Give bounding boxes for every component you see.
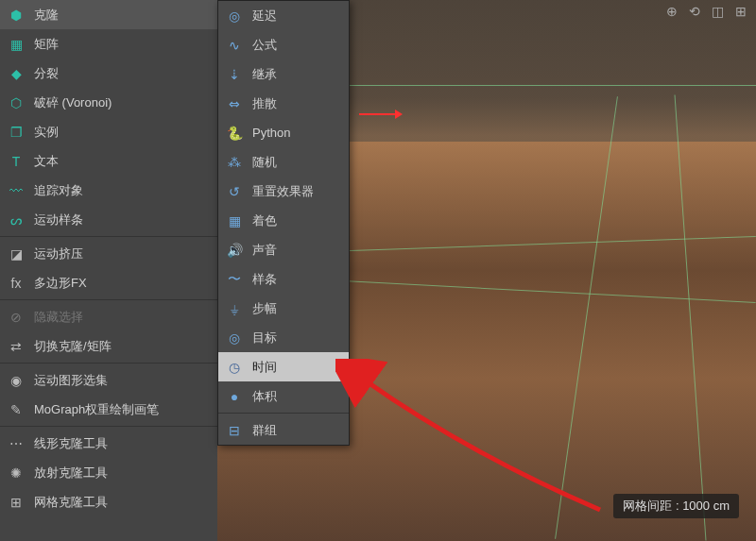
volume-icon: ● — [226, 388, 243, 405]
menu-label: 样条 — [252, 271, 277, 288]
menu-label: 运动图形选集 — [34, 372, 108, 389]
menu-label: 放射克隆工具 — [34, 465, 108, 482]
effector-inherit[interactable]: ⇣ 继承 — [218, 59, 349, 89]
clone-icon: ⬢ — [8, 7, 25, 24]
menu-label: 克隆 — [34, 7, 59, 24]
effector-sound[interactable]: 🔊 声音 — [218, 235, 349, 264]
fracture-icon: ◆ — [8, 65, 25, 82]
push-icon: ⇔ — [226, 95, 243, 112]
radial-icon: ✺ — [8, 465, 25, 482]
gridtool-icon: ⊞ — [8, 494, 25, 511]
step-icon: ⏚ — [226, 300, 243, 317]
menu-label: 运动样条 — [34, 211, 83, 228]
effector-spline[interactable]: 〜 样条 — [218, 264, 349, 294]
menu-radialtool[interactable]: ✺ 放射克隆工具 — [0, 458, 217, 487]
viewport-icons: ⊕ ⟲ ◫ ⊞ — [666, 4, 747, 19]
menu-label: 矩阵 — [34, 36, 59, 53]
nav-icon-4[interactable]: ⊞ — [735, 4, 747, 19]
grid-spacing-hud: 网格间距 : 1000 cm — [613, 494, 739, 518]
effector-random[interactable]: ⁂ 随机 — [218, 147, 349, 177]
reset-icon: ↺ — [226, 183, 243, 200]
python-icon: 🐍 — [226, 125, 243, 142]
menu-text[interactable]: T 文本 — [0, 146, 217, 176]
menu-lineartool[interactable]: ⋯ 线形克隆工具 — [0, 429, 217, 458]
menu-matrix[interactable]: ▦ 矩阵 — [0, 29, 217, 59]
menu-voronoi[interactable]: ⬡ 破碎 (Voronoi) — [0, 88, 217, 117]
random-icon: ⁂ — [226, 154, 243, 171]
effector-group[interactable]: ⊟ 群组 — [218, 415, 349, 445]
menu-label: 多边形FX — [34, 275, 87, 292]
menu-label: 公式 — [252, 37, 277, 54]
sound-icon: 🔊 — [226, 242, 243, 259]
effector-formula[interactable]: ∿ 公式 — [218, 30, 349, 59]
nav-icon-1[interactable]: ⊕ — [666, 4, 678, 19]
hide-icon: ⊘ — [8, 309, 25, 326]
menu-moextrude[interactable]: ◪ 运动挤压 — [0, 239, 217, 268]
menu-label: 继承 — [252, 66, 277, 83]
axis-x-arrow — [359, 113, 397, 115]
effector-submenu: ◎ 延迟 ∿ 公式 ⇣ 继承 ⇔ 推散 🐍 Python ⁂ 随机 ↺ 重置效果… — [217, 0, 350, 446]
instance-icon: ❐ — [8, 124, 25, 141]
tracer-icon: 〰 — [8, 182, 25, 199]
linear-icon: ⋯ — [8, 435, 25, 452]
swap-icon: ⇄ — [8, 338, 25, 355]
menu-polyfx[interactable]: fx 多边形FX — [0, 268, 217, 297]
menu-label: 重置效果器 — [252, 183, 314, 200]
time-icon: ◷ — [226, 359, 243, 376]
menu-label: Python — [252, 126, 290, 140]
selection-icon: ◉ — [8, 372, 25, 389]
target-icon: ◎ — [226, 330, 243, 347]
inherit-icon: ⇣ — [226, 66, 243, 83]
menu-label: 推散 — [252, 95, 277, 112]
effector-delay[interactable]: ◎ 延迟 — [218, 1, 349, 30]
grid-line — [555, 96, 618, 539]
menu-mospline[interactable]: ᔕ 运动样条 — [0, 205, 217, 234]
menu-label: MoGraph权重绘制画笔 — [34, 401, 159, 418]
menu-clone[interactable]: ⬢ 克隆 — [0, 0, 217, 29]
menu-label: 破碎 (Voronoi) — [34, 94, 112, 111]
delay-icon: ◎ — [226, 8, 243, 25]
menu-label: 延迟 — [252, 8, 277, 25]
effector-python[interactable]: 🐍 Python — [218, 118, 349, 147]
formula-icon: ∿ — [226, 37, 243, 54]
separator — [0, 299, 217, 300]
menu-swap[interactable]: ⇄ 切换克隆/矩阵 — [0, 331, 217, 361]
menu-weightpaint[interactable]: ✎ MoGraph权重绘制画笔 — [0, 395, 217, 424]
effector-step[interactable]: ⏚ 步幅 — [218, 294, 349, 323]
menu-label: 目标 — [252, 330, 277, 347]
grid-line — [675, 95, 707, 541]
menu-fracture[interactable]: ◆ 分裂 — [0, 59, 217, 88]
menu-label: 实例 — [34, 124, 59, 141]
menu-label: 步幅 — [252, 300, 277, 317]
menu-moselection[interactable]: ◉ 运动图形选集 — [0, 365, 217, 395]
nav-icon-2[interactable]: ⟲ — [689, 4, 700, 19]
menu-label: 追踪对象 — [34, 182, 83, 199]
menu-instance[interactable]: ❐ 实例 — [0, 117, 217, 146]
separator — [0, 236, 217, 237]
menu-label: 网格克隆工具 — [34, 494, 108, 511]
nav-icon-3[interactable]: ◫ — [712, 4, 724, 19]
effector-volume[interactable]: ● 体积 — [218, 381, 349, 411]
menu-label: 群组 — [252, 422, 277, 439]
effector-time[interactable]: ◷ 时间 — [218, 352, 349, 381]
spline-icon: 〜 — [226, 271, 243, 288]
menu-label: 时间 — [252, 359, 277, 376]
mograph-menu: ⬢ 克隆 ▦ 矩阵 ◆ 分裂 ⬡ 破碎 (Voronoi) ❐ 实例 T 文本 … — [0, 0, 217, 541]
menu-tracer[interactable]: 〰 追踪对象 — [0, 176, 217, 205]
menu-label: 切换克隆/矩阵 — [34, 338, 112, 355]
matrix-icon: ▦ — [8, 36, 25, 53]
separator — [0, 363, 217, 363]
menu-label: 着色 — [252, 212, 277, 229]
effector-shader[interactable]: ▦ 着色 — [218, 206, 349, 235]
group-icon: ⊟ — [226, 422, 243, 439]
effector-reeffector[interactable]: ↺ 重置效果器 — [218, 177, 349, 206]
separator — [0, 426, 217, 427]
weight-icon: ✎ — [8, 401, 25, 418]
menu-label: 运动挤压 — [34, 245, 83, 262]
mospline-icon: ᔕ — [8, 211, 25, 228]
effector-target[interactable]: ◎ 目标 — [218, 323, 349, 352]
effector-pushapart[interactable]: ⇔ 推散 — [218, 89, 349, 118]
menu-gridtool[interactable]: ⊞ 网格克隆工具 — [0, 487, 217, 516]
menu-label: 线形克隆工具 — [34, 435, 108, 452]
menu-label: 体积 — [252, 388, 277, 405]
